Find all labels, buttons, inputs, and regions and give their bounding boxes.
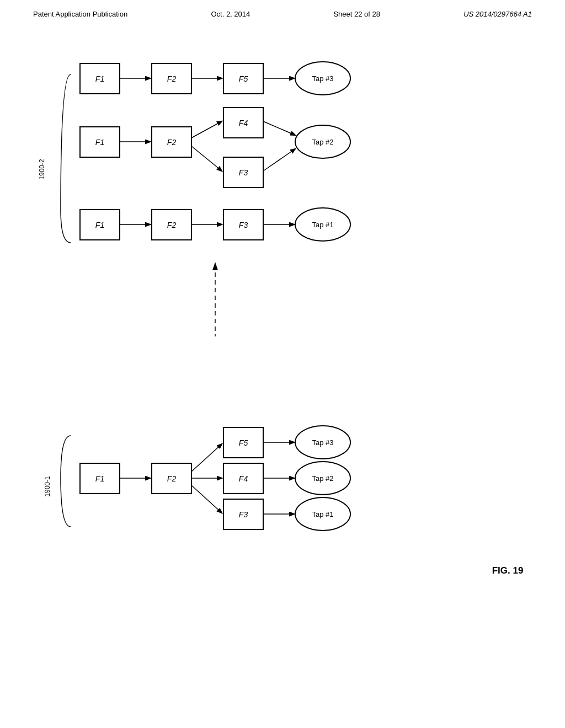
svg-rect-46 xyxy=(223,463,263,494)
svg-text:F3: F3 xyxy=(239,221,248,229)
svg-rect-28 xyxy=(152,210,191,240)
svg-text:F4: F4 xyxy=(239,474,248,483)
header-date: Oct. 2, 2014 xyxy=(211,10,250,18)
svg-text:F1: F1 xyxy=(95,74,104,83)
svg-line-23 xyxy=(191,146,222,171)
svg-text:F3: F3 xyxy=(239,168,248,177)
svg-text:F4: F4 xyxy=(239,119,248,127)
svg-text:Tap #1: Tap #1 xyxy=(312,510,333,518)
svg-line-25 xyxy=(263,149,295,171)
svg-text:F2: F2 xyxy=(167,138,177,147)
svg-text:Tap #2: Tap #2 xyxy=(312,474,333,483)
svg-line-59 xyxy=(191,485,222,513)
svg-rect-13 xyxy=(152,127,191,157)
svg-line-22 xyxy=(191,121,222,138)
svg-text:Tap #1: Tap #1 xyxy=(312,221,333,229)
svg-rect-15 xyxy=(223,108,263,138)
svg-text:Tap #3: Tap #3 xyxy=(312,438,333,447)
svg-text:Tap #2: Tap #2 xyxy=(312,138,333,146)
svg-rect-30 xyxy=(223,210,263,240)
svg-rect-48 xyxy=(223,499,263,529)
svg-rect-4 xyxy=(223,63,263,94)
svg-rect-17 xyxy=(223,157,263,188)
header: Patent Application Publication Oct. 2, 2… xyxy=(0,0,565,24)
svg-text:F5: F5 xyxy=(239,74,248,83)
svg-text:F5: F5 xyxy=(239,438,248,447)
svg-text:F3: F3 xyxy=(239,510,248,519)
svg-text:F1: F1 xyxy=(95,221,104,229)
page: Patent Application Publication Oct. 2, 2… xyxy=(0,0,565,728)
svg-text:F2: F2 xyxy=(167,74,177,83)
svg-text:F1: F1 xyxy=(95,474,104,483)
svg-point-50 xyxy=(295,426,350,459)
svg-text:F2: F2 xyxy=(167,221,177,229)
diagram-svg: F1 F2 F5 Tap #3 F1 F2 F4 F3 Tap #2 xyxy=(0,0,565,728)
svg-text:1900-1: 1900-1 xyxy=(44,476,51,497)
svg-line-24 xyxy=(263,121,295,135)
svg-marker-39 xyxy=(212,262,218,270)
svg-rect-42 xyxy=(152,463,191,494)
svg-text:1900-2: 1900-2 xyxy=(38,159,46,180)
svg-text:Tap #3: Tap #3 xyxy=(312,74,333,83)
header-publication-label: Patent Application Publication xyxy=(33,10,127,18)
svg-point-19 xyxy=(295,125,350,158)
svg-text:F2: F2 xyxy=(167,474,177,483)
header-sheet: Sheet 22 of 28 xyxy=(333,10,380,18)
svg-rect-0 xyxy=(80,63,120,94)
svg-point-54 xyxy=(295,497,350,531)
svg-text:F1: F1 xyxy=(95,138,104,147)
svg-point-32 xyxy=(295,208,350,241)
svg-rect-40 xyxy=(80,463,120,494)
svg-point-6 xyxy=(295,62,350,95)
svg-text:FIG. 19: FIG. 19 xyxy=(492,565,524,576)
header-patent-number: US 2014/0297664 A1 xyxy=(463,10,532,18)
svg-point-52 xyxy=(295,462,350,495)
svg-rect-44 xyxy=(223,427,263,458)
svg-rect-26 xyxy=(80,210,120,240)
svg-line-57 xyxy=(191,444,222,472)
svg-rect-11 xyxy=(80,127,120,157)
svg-rect-2 xyxy=(152,63,191,94)
